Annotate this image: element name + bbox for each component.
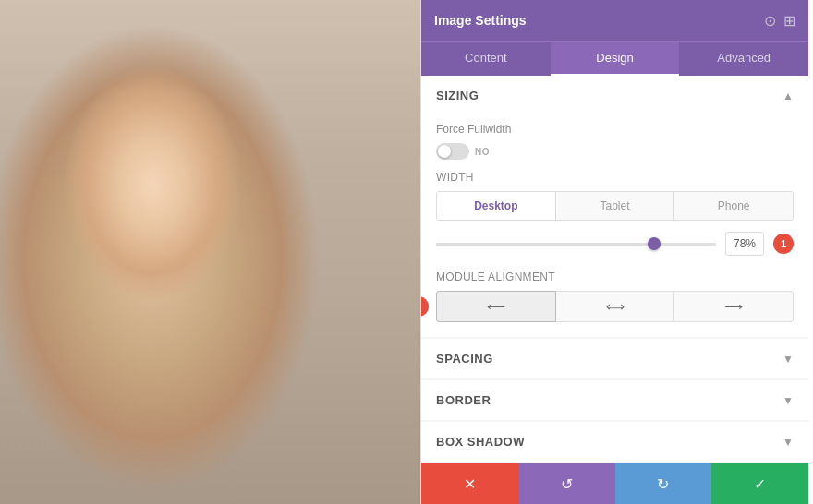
toggle-thumb [438,145,451,158]
border-section: Border ▼ [421,380,808,420]
device-tab-desktop[interactable]: Desktop [437,192,556,220]
width-slider-container: 78% 1 [436,232,794,256]
toggle-text: NO [475,147,490,157]
cancel-button[interactable]: ✕ [421,463,518,504]
spacing-chevron-icon: ▼ [783,353,794,366]
tab-design[interactable]: Design [551,42,680,76]
portrait-photo [0,0,420,504]
badge-1: 1 [773,234,794,254]
spacing-label: Spacing [436,352,493,366]
box-shadow-label: Box Shadow [436,435,525,449]
slider-wrapper [436,243,716,246]
align-left-button[interactable]: ⟵ [436,291,556,322]
border-label: Border [436,393,491,407]
tab-content[interactable]: Content [421,42,551,76]
box-shadow-chevron-icon: ▼ [783,436,794,449]
confirm-icon: ✓ [754,475,766,493]
device-tabs: Desktop Tablet Phone [436,191,794,221]
width-label: Width [436,171,794,184]
preview-icon[interactable]: ⊙ [764,12,776,30]
panel-content: Sizing ▲ Force Fullwidth NO Width Deskto [421,76,808,463]
alignment-options: ⟵ ⟺ ⟶ [436,291,794,322]
align-center-button[interactable]: ⟺ [555,291,675,322]
sizing-chevron-icon: ▲ [783,90,794,102]
spacing-section: Spacing ▼ [421,339,808,378]
align-center-icon: ⟺ [606,299,625,314]
module-alignment-label: Module Alignment [436,270,794,283]
footer-bar: ✕ ↺ ↻ ✓ [421,463,808,504]
tab-bar: Content Design Advanced [421,41,808,76]
redo-button[interactable]: ↻ [615,463,712,504]
redo-icon: ↻ [657,475,669,493]
device-tab-tablet[interactable]: Tablet [556,192,675,220]
force-fullwidth-toggle[interactable]: NO [436,143,794,160]
sizing-label: Sizing [436,89,479,102]
border-section-header[interactable]: Border ▼ [421,380,808,420]
sizing-section-content: Force Fullwidth NO Width Desktop Tablet … [421,115,808,337]
badge-2: 2 [421,296,429,317]
confirm-button[interactable]: ✓ [711,463,808,504]
slider-value: 78% [726,233,763,255]
align-right-icon: ⟶ [724,299,743,314]
align-right-button[interactable]: ⟶ [673,291,794,322]
panel-header: Image Settings ⊙ ⊞ [421,0,808,41]
panel-title: Image Settings [434,13,527,28]
box-shadow-section: Box Shadow ▼ [421,422,808,462]
tab-advanced[interactable]: Advanced [679,42,808,76]
sizing-section-header[interactable]: Sizing ▲ [421,76,808,115]
layout-icon[interactable]: ⊞ [783,12,795,30]
device-tab-phone[interactable]: Phone [674,192,793,220]
slider-value-box[interactable]: 78% [725,232,764,256]
sizing-section: Sizing ▲ Force Fullwidth NO Width Deskto [421,76,808,337]
force-fullwidth-label: Force Fullwidth [436,123,794,136]
border-chevron-icon: ▼ [783,394,794,407]
image-settings-panel: Image Settings ⊙ ⊞ Content Design Advanc… [420,0,808,504]
background-image [0,0,420,504]
undo-button[interactable]: ↺ [518,463,615,504]
align-left-icon: ⟵ [487,299,505,314]
box-shadow-section-header[interactable]: Box Shadow ▼ [421,422,808,462]
cancel-icon: ✕ [464,475,476,493]
toggle-track[interactable] [436,143,469,160]
undo-icon: ↺ [561,475,573,493]
spacing-section-header[interactable]: Spacing ▼ [421,339,808,378]
slider-track[interactable] [436,243,716,246]
slider-thumb[interactable] [648,237,661,250]
slider-fill [436,243,654,246]
header-icons: ⊙ ⊞ [764,12,795,30]
